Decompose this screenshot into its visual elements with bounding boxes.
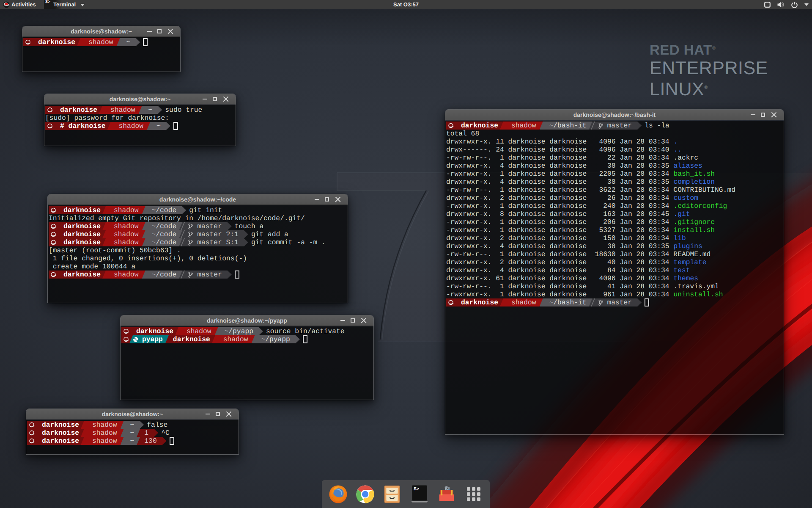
- svg-text:$>: $>: [414, 486, 420, 492]
